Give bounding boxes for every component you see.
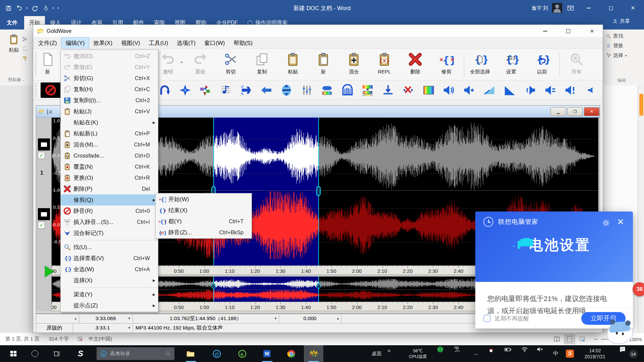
restore-button[interactable] bbox=[600, 0, 622, 16]
web-layout-icon[interactable] bbox=[577, 334, 588, 344]
gw-toolbar-新-button[interactable]: 新 bbox=[308, 51, 339, 79]
read-mode-icon[interactable] bbox=[551, 334, 562, 344]
doc-restore-button[interactable]: ❐ bbox=[567, 107, 583, 116]
gw-minimize-button[interactable] bbox=[534, 25, 556, 37]
tray-people-icon[interactable] bbox=[453, 345, 461, 353]
cortana-button[interactable] bbox=[28, 345, 42, 362]
gw-toolbar-全部选择-button[interactable]: {}全部选择 bbox=[465, 51, 495, 79]
share-button[interactable]: 共享 bbox=[612, 18, 630, 24]
gw-toolbar-混合-button[interactable]: 混合 bbox=[338, 51, 369, 79]
gw-effect-spectrum-button[interactable] bbox=[423, 84, 435, 96]
dont-remind-label[interactable]: 近期不再提醒 bbox=[495, 315, 529, 322]
gw-effect-speaker-left-button[interactable] bbox=[443, 84, 455, 96]
selection-range-cell[interactable]: 1:03.762至1:44.950（41.188）▼ bbox=[132, 314, 279, 323]
gw-toolbar-粘贴-button[interactable]: 粘贴 bbox=[277, 51, 308, 79]
word-user-name[interactable]: 逸宇 刘 bbox=[532, 5, 548, 11]
touch-mode-caret-icon[interactable]: ▾ bbox=[53, 6, 54, 10]
start-button[interactable] bbox=[6, 345, 21, 362]
edit-menu-item-粘贴在(K)[interactable]: 粘贴在(K)▶ bbox=[61, 117, 158, 128]
gw-effect-envelope-button[interactable] bbox=[321, 84, 333, 96]
gw-effect-speaker-fade-button[interactable] bbox=[483, 84, 495, 96]
trim-submenu-item-都(Y)[interactable]: ×{}×都(Y)Ctrl+T bbox=[156, 216, 252, 227]
edit-menu-item-混合(M)...[interactable]: 混合(M)...Ctrl+M bbox=[61, 139, 158, 150]
desktop-toolbar-label[interactable]: 桌面 bbox=[368, 345, 385, 362]
cut-icon[interactable] bbox=[22, 36, 28, 42]
gw-toolbar-REPL-button[interactable]: {x}REPL bbox=[369, 51, 400, 79]
settings-gear-icon[interactable] bbox=[602, 219, 610, 227]
goldwave-taskbar-button[interactable] bbox=[304, 345, 323, 362]
gw-effect-speaker-flip-button[interactable] bbox=[524, 84, 536, 96]
edit-menu-item-复制到(I)...[interactable]: 复制到(I)...Ctrl+2 bbox=[61, 95, 158, 106]
internet-explorer-button[interactable]: e bbox=[209, 345, 224, 362]
selection-end-overview-handle[interactable] bbox=[316, 283, 321, 289]
spin-up-icon[interactable]: ▲ bbox=[74, 317, 77, 320]
gw-menu-窗口(W)[interactable]: 窗口(W) bbox=[200, 38, 229, 49]
edit-menu-item-修剪(Q)[interactable]: 修剪(Q)▶ bbox=[61, 194, 158, 205]
gw-menu-编辑(Y)[interactable]: 编辑(Y) bbox=[61, 38, 89, 49]
gw-effect-undo-curve-button[interactable] bbox=[159, 84, 171, 96]
toolbar-chevron[interactable]: » bbox=[386, 345, 392, 362]
gw-maximize-button[interactable] bbox=[557, 25, 579, 37]
channel1-enable-checkbox[interactable]: ✓ bbox=[38, 152, 45, 159]
trim-submenu-item-静音(Z)...[interactable]: {}xx静音(Z)...Ctrl+BkSp bbox=[156, 227, 252, 238]
gw-toolbar-删除-button[interactable]: 删除 bbox=[400, 51, 431, 79]
selection-end-handle[interactable] bbox=[316, 186, 321, 196]
gw-toolbar-复制-button[interactable]: 复制 bbox=[247, 51, 277, 79]
search-text[interactable]: 高考补录 bbox=[110, 351, 130, 357]
notification-count-badge[interactable]: 14 bbox=[629, 350, 637, 358]
total-length-cell[interactable]: 3:33.069▼ bbox=[79, 314, 132, 323]
ribbon-display-options-icon[interactable] bbox=[567, 4, 574, 12]
edit-menu-item-全选(W)[interactable]: {}全选(W)Ctrl+A bbox=[61, 264, 158, 275]
edit-menu-item-选择(X)[interactable]: 选择(X)▶ bbox=[61, 275, 158, 286]
dont-remind-checkbox[interactable] bbox=[483, 315, 491, 322]
edit-menu-item-粘贴新(L)[interactable]: 粘贴新(L)Ctrl+P bbox=[61, 128, 158, 139]
tray-ime-indicator[interactable]: 中 bbox=[551, 345, 561, 362]
zoom-out-icon[interactable]: − bbox=[594, 336, 598, 343]
play-position-marker[interactable] bbox=[45, 266, 54, 277]
qat-customize-caret-icon[interactable]: ▾ bbox=[57, 6, 59, 10]
gw-effect-spectrum-marker-button[interactable] bbox=[362, 84, 374, 96]
replace-button[interactable]: 替换 bbox=[606, 43, 644, 49]
trim-submenu-item-结束(X)[interactable]: {}×结束(X) bbox=[156, 205, 252, 216]
touch-mode-icon[interactable] bbox=[42, 4, 49, 12]
toolbar-grip[interactable] bbox=[35, 83, 37, 98]
gw-toolbar-以前-button[interactable]: {}以前 bbox=[527, 51, 557, 79]
tray-sogou-icon[interactable]: S bbox=[564, 345, 576, 362]
gw-effect-compass-button[interactable] bbox=[179, 84, 191, 96]
gw-menu-工具(U)[interactable]: 工具(U) bbox=[145, 38, 173, 49]
doc-close-button[interactable]: ✕ bbox=[584, 107, 599, 116]
gw-effect-speaker-equal-button[interactable] bbox=[544, 84, 556, 96]
gw-effect-speaker-corner-button[interactable] bbox=[504, 84, 516, 96]
gw-effect-speaker-add-button[interactable] bbox=[463, 84, 475, 96]
edit-menu-item-混合标记(T)[interactable]: 混合标记(T) bbox=[61, 228, 158, 239]
selection-end-overview-line[interactable] bbox=[318, 277, 319, 302]
redo-icon[interactable] bbox=[31, 4, 39, 12]
tray-mute-icon[interactable] bbox=[536, 345, 544, 353]
selection-start-overview-line[interactable] bbox=[213, 277, 214, 302]
tray-qq-icon[interactable] bbox=[487, 345, 495, 353]
floating-count-badge[interactable]: 36 bbox=[633, 282, 644, 296]
gw-effect-gate-button[interactable] bbox=[341, 84, 354, 96]
value-cell[interactable]: 0.000▲ bbox=[279, 314, 341, 323]
gw-menu-文件(Z)[interactable]: 文件(Z) bbox=[34, 38, 61, 49]
file-length-cell[interactable]: 3:33.1▼ bbox=[73, 323, 132, 333]
edit-menu-item-重做(E)[interactable]: 重做(E)Ctrl+Y bbox=[61, 62, 158, 73]
edit-menu-item-撤消(D)[interactable]: 撤消(D)Ctrl+Z bbox=[61, 51, 158, 62]
spin-down-icon[interactable]: ▼ bbox=[128, 317, 131, 320]
gw-effect-speaker-small-button[interactable] bbox=[585, 84, 597, 96]
edit-menu-item-覆盖(N)[interactable]: 覆盖(N)Ctrl+K bbox=[61, 161, 158, 172]
clipboard-group-label[interactable]: 剪贴板 bbox=[8, 77, 21, 82]
spin-down-icon[interactable]: ▼ bbox=[128, 326, 131, 329]
channel2-enable-checkbox[interactable]: ✓ bbox=[38, 222, 45, 229]
gw-toolbar-重做-button[interactable]: 重做 bbox=[185, 51, 216, 79]
gw-toolbar-caret-icon[interactable]: ▾ bbox=[181, 60, 182, 64]
undo-caret-icon[interactable]: ▾ bbox=[26, 6, 28, 10]
edit-menu-item-静音(R)[interactable]: 静音(R)Ctrl+0 bbox=[61, 205, 158, 217]
edit-menu-item-复制(H)[interactable]: 复制(H)Ctrl+C bbox=[61, 84, 158, 95]
gw-effect-expand-vertical-button[interactable] bbox=[280, 84, 292, 96]
format-painter-icon[interactable] bbox=[22, 56, 28, 61]
tray-green-app-icon[interactable] bbox=[436, 345, 444, 353]
360-browser-button[interactable]: e bbox=[235, 345, 250, 362]
gw-effect-plunge-button[interactable] bbox=[382, 84, 394, 96]
edit-menu-item-提示点(Z)[interactable]: 提示点(Z)▶ bbox=[61, 300, 158, 311]
